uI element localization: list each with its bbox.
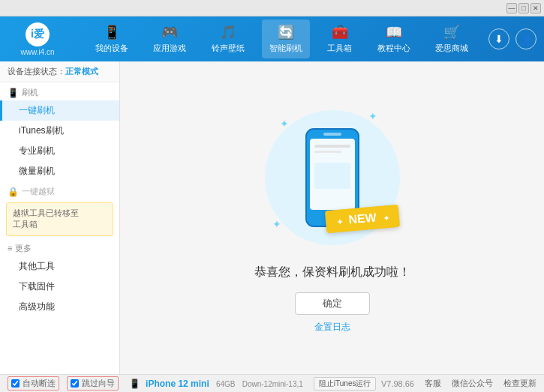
checkbox-group-skip: 跳过向导 [67, 376, 119, 391]
my-device-icon: 📱 [104, 24, 120, 40]
small-label: 微量刷机 [19, 166, 55, 176]
header: i爱 www.i4.cn 📱 我的设备 🎮 应用游戏 🎵 铃声壁纸 🔄 智能刷机… [0, 16, 544, 61]
apps-icon: 🎮 [161, 24, 178, 40]
my-device-label: 我的设备 [95, 43, 128, 54]
apps-label: 应用游戏 [153, 43, 186, 54]
shop-label: 爱思商城 [435, 43, 468, 54]
wechat-link[interactable]: 微信公众号 [452, 378, 493, 389]
download-btn[interactable]: ⬇ [488, 28, 509, 49]
main-area: 设备连接状态：正常模式 📱 刷机 一键刷机 iTunes刷机 专业刷机 微量刷机… [0, 61, 544, 374]
status-value: 正常模式 [65, 67, 98, 76]
tutorial-icon: 📖 [386, 24, 402, 40]
minimize-btn[interactable]: — [506, 3, 517, 13]
confirm-button[interactable]: 确定 [295, 292, 370, 315]
phone-illustration: ✦ ✦ ✦ NEW [257, 103, 407, 253]
customer-service-link[interactable]: 客服 [425, 378, 441, 389]
toolbox-icon: 🧰 [332, 24, 348, 40]
ringtone-label: 铃声壁纸 [212, 43, 245, 54]
svg-rect-5 [314, 151, 341, 153]
flash-section-icon: 📱 [8, 88, 19, 98]
bottom-left: 自动断连 跳过向导 📱 iPhone 12 mini 64GB Down-12m… [8, 376, 376, 391]
download-firmware-label: 下载固件 [19, 281, 55, 292]
svg-rect-6 [314, 163, 350, 189]
notice-text: 越狱工具已转移至工具箱 [13, 208, 79, 229]
other-tools-label: 其他工具 [19, 261, 55, 271]
skip-wizard-label: 跳过向导 [82, 378, 115, 389]
svg-rect-4 [314, 145, 350, 148]
itunes-label: iTunes刷机 [19, 125, 64, 136]
one-click-label: 一键刷机 [19, 105, 55, 115]
more-label: 更多 [15, 243, 32, 254]
nav-apps-games[interactable]: 🎮 应用游戏 [146, 19, 194, 58]
logo-site: www.i4.cn [20, 48, 54, 56]
auto-close-label: 自动断连 [23, 378, 56, 389]
title-bar: — □ ✕ [0, 0, 544, 16]
sparkle-3: ✦ [272, 218, 281, 230]
content-area: ✦ ✦ ✦ NEW 恭喜您，保资料刷 [120, 61, 544, 374]
smart-flash-label: 智能刷机 [269, 43, 302, 54]
nav-my-device[interactable]: 📱 我的设备 [88, 19, 136, 58]
toolbox-label: 工具箱 [327, 43, 352, 54]
jailbreak-section: 🔒 一键越狱 [0, 181, 119, 199]
logo-circle: i爱 [26, 22, 50, 46]
sidebar-other-tools[interactable]: 其他工具 [0, 256, 119, 277]
header-right: ⬇ 👤 [488, 28, 544, 49]
nav-ringtones[interactable]: 🎵 铃声壁纸 [204, 19, 252, 58]
skip-wizard-checkbox[interactable] [71, 379, 79, 388]
sidebar-pro-flash[interactable]: 专业刷机 [0, 141, 119, 161]
nav-items: 📱 我的设备 🎮 应用游戏 🎵 铃声壁纸 🔄 智能刷机 🧰 工具箱 📖 教程中心… [75, 16, 488, 61]
jailbreak-label: 一键越狱 [22, 186, 55, 197]
auto-close-checkbox[interactable] [11, 379, 20, 388]
lock-icon: 🔒 [8, 187, 19, 197]
sparkle-2: ✦ [368, 110, 377, 122]
bottom-bar: 自动断连 跳过向导 📱 iPhone 12 mini 64GB Down-12m… [0, 374, 544, 392]
close-btn[interactable]: ✕ [530, 3, 541, 13]
checkbox-group-auto: 自动断连 [8, 376, 59, 391]
pro-label: 专业刷机 [19, 145, 55, 156]
nav-shop[interactable]: 🛒 爱思商城 [428, 19, 476, 58]
advanced-label: 高级功能 [19, 301, 55, 312]
sidebar-small-flash[interactable]: 微量刷机 [0, 161, 119, 181]
sidebar-download-firmware[interactable]: 下载固件 [0, 277, 119, 297]
tutorial-label: 教程中心 [377, 43, 410, 54]
device-capacity: 64GB [216, 380, 236, 388]
ringtone-icon: 🎵 [220, 24, 236, 40]
sidebar: 设备连接状态：正常模式 📱 刷机 一键刷机 iTunes刷机 专业刷机 微量刷机… [0, 61, 120, 374]
success-message: 恭喜您，保资料刷机成功啦！ [254, 265, 410, 280]
smart-flash-icon: 🔄 [278, 24, 294, 40]
nav-smart-flash[interactable]: 🔄 智能刷机 [262, 19, 310, 58]
more-section: ≡ 更多 [0, 239, 119, 256]
check-update-link[interactable]: 检查更新 [503, 378, 536, 389]
status-label: 设备连接状态： [8, 67, 65, 76]
version: V7.98.66 [381, 379, 414, 388]
new-badge-text: NEW [348, 211, 377, 226]
jailbreak-notice: 越狱工具已转移至工具箱 [6, 202, 113, 236]
user-btn[interactable]: 👤 [515, 28, 536, 49]
nav-tutorial[interactable]: 📖 教程中心 [370, 19, 418, 58]
logo-symbol: i爱 [31, 28, 44, 41]
more-icon: ≡ [8, 244, 12, 253]
sidebar-one-click-flash[interactable]: 一键刷机 [0, 100, 119, 121]
sparkle-1: ✦ [280, 118, 289, 130]
flash-section-label: 刷机 [22, 87, 38, 98]
shop-icon: 🛒 [443, 24, 460, 40]
maximize-btn[interactable]: □ [518, 3, 529, 13]
retry-link[interactable]: 金置日志 [314, 321, 350, 334]
logo-area: i爱 www.i4.cn [0, 16, 75, 61]
device-firmware: Down-12mini-13,1 [242, 380, 303, 388]
svg-rect-3 [323, 133, 341, 136]
device-info: 📱 iPhone 12 mini 64GB Down-12mini-13,1 [129, 379, 303, 389]
sidebar-advanced[interactable]: 高级功能 [0, 297, 119, 317]
nav-toolbox[interactable]: 🧰 工具箱 [320, 19, 359, 58]
device-name: iPhone 12 mini [146, 379, 209, 389]
sidebar-itunes-flash[interactable]: iTunes刷机 [0, 121, 119, 141]
device-icon: 📱 [129, 379, 140, 389]
bottom-right: V7.98.66 客服 微信公众号 检查更新 [381, 378, 536, 389]
stop-itunes-btn[interactable]: 阻止iTunes运行 [314, 377, 377, 391]
status-bar: 设备连接状态：正常模式 [0, 61, 119, 82]
flash-section[interactable]: 📱 刷机 [0, 82, 119, 100]
